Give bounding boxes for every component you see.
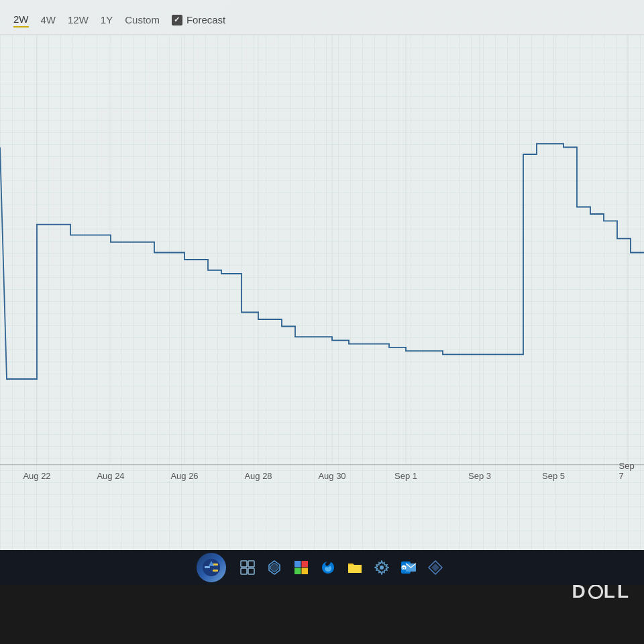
forecast-text: Forecast [186, 14, 225, 25]
btn-1y[interactable]: 1Y [101, 13, 113, 27]
edge-icon[interactable] [316, 555, 340, 580]
copilot-icon[interactable] [262, 555, 286, 580]
forecast-checkbox [172, 15, 182, 25]
forecast-toggle[interactable]: Forecast [172, 14, 225, 25]
svg-rect-17 [241, 568, 247, 574]
chart-area: Aug 22 Aug 24 Aug 26 Aug 28 Aug 30 Sep 1… [0, 35, 644, 484]
x-label-sep7: Sep 7 [619, 461, 636, 481]
btn-custom[interactable]: Custom [125, 14, 160, 25]
chart-svg [0, 35, 644, 484]
x-label-sep3: Sep 3 [468, 471, 491, 481]
svg-rect-19 [294, 561, 301, 568]
svg-rect-16 [248, 561, 254, 567]
x-label-sep1: Sep 1 [394, 471, 417, 481]
svg-rect-11 [205, 566, 210, 568]
svg-rect-20 [302, 561, 309, 568]
x-label-aug28: Aug 28 [244, 471, 272, 481]
svg-marker-29 [431, 564, 439, 572]
x-label-sep5: Sep 5 [542, 471, 565, 481]
taskbar: O [0, 550, 644, 585]
taskview-icon[interactable] [235, 555, 260, 580]
svg-rect-18 [248, 568, 254, 574]
x-label-aug26: Aug 26 [170, 471, 198, 481]
dell-o-letter [588, 584, 603, 599]
x-label-aug24: Aug 24 [97, 471, 124, 481]
svg-point-23 [380, 566, 384, 570]
svg-text:O: O [402, 566, 406, 570]
svg-rect-21 [294, 568, 301, 575]
chart-line [0, 144, 644, 379]
svg-rect-15 [241, 561, 247, 567]
monitor-screen: 2W 4W 12W 1Y Custom Forecast [0, 0, 644, 550]
settings-icon[interactable] [370, 555, 394, 580]
x-label-aug22: Aug 22 [23, 471, 50, 481]
svg-rect-13 [213, 570, 218, 572]
x-axis: Aug 22 Aug 24 Aug 26 Aug 28 Aug 30 Sep 1… [0, 464, 644, 484]
start-button[interactable] [197, 553, 226, 582]
btn-4w[interactable]: 4W [41, 13, 56, 27]
explorer-icon[interactable] [343, 555, 367, 580]
btn-12w[interactable]: 12W [68, 13, 89, 27]
svg-rect-22 [302, 568, 309, 575]
x-label-aug30: Aug 30 [318, 471, 345, 481]
toolbar: 2W 4W 12W 1Y Custom Forecast [0, 0, 644, 35]
teams-icon[interactable] [423, 555, 447, 580]
btn-2w[interactable]: 2W [13, 12, 29, 28]
windows-icon[interactable] [289, 555, 313, 580]
outlook-icon[interactable]: O [396, 555, 421, 580]
